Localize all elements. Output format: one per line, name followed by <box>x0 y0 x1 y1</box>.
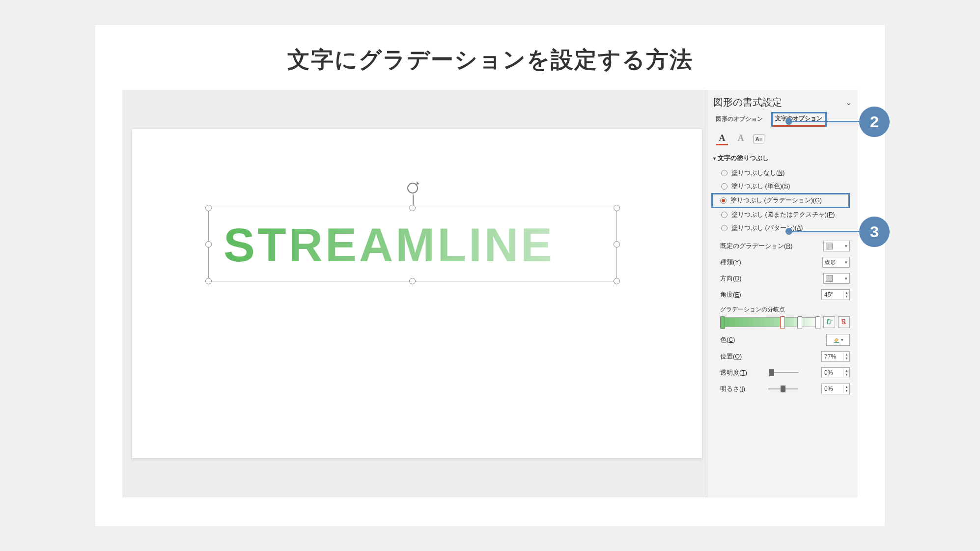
direction-dropdown[interactable]: ▾ <box>823 273 850 284</box>
page-title: 文字にグラデーションを設定する方法 <box>122 45 858 75</box>
tab-shape-options[interactable]: 図形のオプション <box>713 113 765 125</box>
gradient-stop-handle[interactable] <box>780 316 785 329</box>
section-text-fill[interactable]: 文字の塗りつぶし <box>713 154 852 163</box>
gradient-stop-handle[interactable] <box>720 316 725 329</box>
label-color: 色(C) <box>720 336 735 344</box>
text-fill-icon[interactable]: A <box>716 133 728 145</box>
add-stop-button[interactable]: + <box>823 316 835 328</box>
resize-handle[interactable] <box>614 241 620 248</box>
brightness-slider[interactable] <box>768 388 798 389</box>
preset-gradient-dropdown[interactable]: ▾ <box>823 241 850 251</box>
label-gradient-stops: グラデーションの分岐点 <box>720 305 850 314</box>
radio-fill-gradient[interactable]: 塗りつぶし (グラデーション)(G) <box>720 196 846 205</box>
resize-handle[interactable] <box>614 278 620 284</box>
tab-text-options[interactable]: 文字のオプション <box>771 112 827 127</box>
type-dropdown[interactable]: 線形▾ <box>822 257 850 268</box>
resize-handle[interactable] <box>205 241 212 248</box>
brightness-spinner[interactable]: 0%▲▼ <box>821 384 850 394</box>
resize-handle[interactable] <box>409 205 416 211</box>
gradient-stop-handle[interactable] <box>815 316 820 329</box>
resize-handle[interactable] <box>409 278 416 284</box>
collapse-panel-icon[interactable]: ⌄ <box>845 98 852 107</box>
gradient-text-sample[interactable]: STREAMLINE <box>209 208 616 282</box>
radio-fill-picture[interactable]: 塗りつぶし (図またはテクスチャ)(P) <box>720 208 852 221</box>
position-spinner[interactable]: 77%▲▼ <box>821 351 850 362</box>
label-type: 種類(Y) <box>720 258 741 267</box>
slide-canvas[interactable]: STREAMLINE <box>132 129 702 458</box>
text-outline-icon[interactable]: A <box>735 133 747 145</box>
resize-handle[interactable] <box>614 205 620 211</box>
callout-line <box>791 231 860 232</box>
callout-badge-2: 2 <box>859 107 890 137</box>
workspace: STREAMLINE 図形の書式設定 ⌄ 図形のオプション 文字のオプション A… <box>122 90 858 497</box>
gradient-stops-track[interactable] <box>720 317 820 327</box>
text-effects-icon[interactable]: A≡ <box>754 135 764 143</box>
svg-text:+: + <box>831 319 833 323</box>
panel-title: 図形の書式設定 <box>713 96 782 109</box>
remove-stop-button[interactable] <box>838 316 850 328</box>
selected-textbox[interactable]: STREAMLINE <box>208 208 617 281</box>
rotate-handle-icon[interactable] <box>407 183 418 193</box>
canvas-area: STREAMLINE <box>122 90 707 497</box>
svg-rect-3 <box>834 342 839 343</box>
transparency-slider[interactable] <box>769 372 799 373</box>
callout-badge-3: 3 <box>859 217 890 247</box>
label-direction: 方向(D) <box>720 275 741 283</box>
resize-handle[interactable] <box>205 205 212 211</box>
label-preset-gradient: 既定のグラデーション(R) <box>720 242 792 250</box>
label-transparency: 透明度(T) <box>720 369 747 377</box>
transparency-spinner[interactable]: 0%▲▼ <box>821 367 850 378</box>
callout-dot <box>785 228 792 235</box>
label-brightness: 明るさ(I) <box>720 385 745 393</box>
label-position: 位置(O) <box>720 353 742 361</box>
label-angle: 角度(E) <box>720 291 741 299</box>
callout-dot <box>785 118 792 125</box>
format-shape-panel: 図形の書式設定 ⌄ 図形のオプション 文字のオプション A A A≡ 文字の塗り… <box>707 90 858 497</box>
gradient-stop-handle[interactable] <box>797 316 802 329</box>
color-dropdown[interactable]: ▾ <box>826 334 850 346</box>
radio-fill-none[interactable]: 塗りつぶしなし(N) <box>720 166 852 180</box>
resize-handle[interactable] <box>205 278 212 284</box>
angle-spinner[interactable]: 45°▲▼ <box>821 289 850 300</box>
radio-fill-solid[interactable]: 塗りつぶし (単色)(S) <box>720 180 852 193</box>
callout-line <box>791 121 860 122</box>
